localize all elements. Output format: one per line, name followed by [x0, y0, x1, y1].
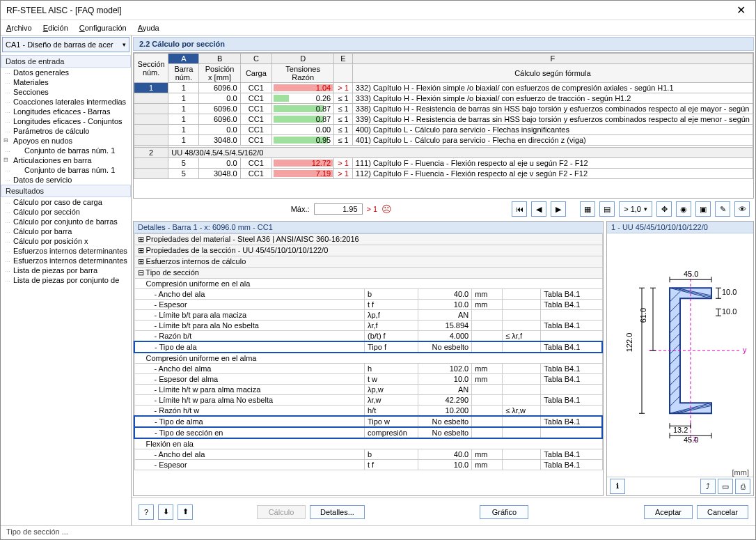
info-icon[interactable]: ℹ — [610, 479, 625, 494]
max-label: Máx.: — [291, 205, 310, 213]
svg-text:122.0: 122.0 — [625, 333, 633, 353]
tree-servicio[interactable]: Datos de servicio — [1, 175, 131, 185]
details-title: Detalles - Barra 1 - x: 6096.0 mm - CC1 — [134, 222, 603, 233]
nav-prev-icon[interactable]: ◀ — [531, 201, 546, 217]
menubar: Archivo Edición Configuración Ayuda — [1, 20, 755, 36]
profile-unit: [mm] — [607, 468, 753, 477]
svg-text:10.0: 10.0 — [722, 288, 737, 296]
tree-item[interactable]: Materiales — [1, 77, 131, 87]
export1-icon[interactable]: ⬇ — [158, 504, 173, 520]
section-icon[interactable]: ▭ — [718, 479, 733, 494]
svg-text:61.0: 61.0 — [639, 308, 647, 323]
tree-head-results: Resultados — [1, 185, 131, 197]
export-icon[interactable]: ▣ — [695, 201, 711, 217]
tree-item[interactable]: Secciones — [1, 87, 131, 97]
status-bar: Tipo de sección ... — [1, 525, 755, 539]
filter-icon[interactable]: ▦ — [580, 201, 595, 217]
svg-text:y: y — [743, 346, 747, 354]
tree-articulaciones-sub[interactable]: Conjunto de barras núm. 1 — [1, 165, 131, 175]
tree-apoyos[interactable]: Apoyos en nudos — [1, 136, 131, 146]
svg-text:13.2: 13.2 — [673, 426, 688, 434]
tree-item[interactable]: Longitudes eficaces - Barras — [1, 107, 131, 116]
ok-button[interactable]: Aceptar — [644, 505, 693, 519]
tree-item[interactable]: Parámetros de cálculo — [1, 126, 131, 136]
menu-help[interactable]: Ayuda — [138, 24, 159, 32]
graph-button[interactable]: Gráfico — [480, 505, 528, 519]
tree-item[interactable]: Longitudes eficaces - Conjuntos — [1, 116, 131, 126]
chevron-down-icon: ▾ — [123, 41, 126, 48]
section-title: 2.2 Cálculo por sección — [133, 37, 754, 51]
tree-item[interactable]: Esfuerzos internos determinantes — [1, 256, 131, 265]
profile-title: 1 - UU 45/45/10/10/10/122/0 — [607, 222, 753, 233]
tree-item[interactable]: Esfuerzos internos determinantes — [1, 246, 131, 256]
max-cmp: > 1 — [367, 205, 378, 213]
svg-text:45.0: 45.0 — [684, 270, 698, 278]
tree-item[interactable]: Lista de piezas por barra — [1, 265, 131, 275]
eye-icon[interactable]: 👁 — [734, 201, 750, 217]
calc-button: Cálculo — [257, 505, 306, 519]
section-diagram: y z 45.0 10.0 10.0 — [607, 233, 753, 468]
menu-edit[interactable]: Edición — [43, 24, 68, 32]
axis-icon[interactable]: ⤴ — [700, 479, 716, 494]
svg-text:45.0: 45.0 — [684, 435, 698, 444]
export2-icon[interactable]: ⬆ — [178, 504, 193, 520]
details-button[interactable]: Detalles... — [310, 505, 365, 519]
menu-config[interactable]: Configuración — [79, 24, 127, 32]
tree-item[interactable]: Cálculo por conjunto de barras — [1, 217, 131, 226]
tree-articulaciones[interactable]: Articulaciones en barra — [1, 155, 131, 165]
menu-file[interactable]: Archivo — [6, 24, 32, 32]
help-icon[interactable]: ? — [139, 504, 154, 520]
tree-item[interactable]: Datos generales — [1, 68, 131, 77]
max-value: 1.95 — [314, 203, 363, 215]
color-icon[interactable]: ✎ — [715, 201, 730, 217]
tree-apoyos-sub[interactable]: Conjunto de barras núm. 1 — [1, 146, 131, 155]
scale-selector[interactable]: > 1,0▾ — [619, 201, 652, 217]
tree-item[interactable]: Coacciones laterales intermedias — [1, 97, 131, 107]
warning-icon: ☹ — [381, 203, 392, 215]
nav-next-icon[interactable]: ▶ — [551, 201, 566, 217]
nav-first-icon[interactable]: ⏮ — [512, 201, 527, 217]
svg-text:10.0: 10.0 — [722, 307, 737, 316]
tree-item[interactable]: Cálculo por barra — [1, 226, 131, 236]
print-icon[interactable]: ⎙ — [735, 479, 750, 494]
filter2-icon[interactable]: ▤ — [599, 201, 615, 217]
tree-head-input: Datos de entrada — [1, 55, 131, 68]
case-selector-value: CA1 - Diseño de barras de acer — [6, 40, 113, 49]
nav-tree: Datos de entrada Datos generalesMaterial… — [1, 54, 131, 525]
chevron-down-icon: ▾ — [644, 206, 647, 213]
results-grid[interactable]: Secciónnúm.ABCDEFBarranúm.Posiciónx [mm]… — [133, 52, 754, 199]
tree-item[interactable]: Cálculo por posición x — [1, 236, 131, 246]
close-icon[interactable]: ✕ — [732, 3, 750, 17]
tree-item[interactable]: Lista de piezas por conjunto de — [1, 275, 131, 285]
tree-item[interactable]: Cálculo por caso de carga — [1, 197, 131, 207]
view-icon[interactable]: ◉ — [676, 201, 691, 217]
tree-item[interactable]: Cálculo por sección — [1, 207, 131, 217]
case-selector[interactable]: CA1 - Diseño de barras de acer ▾ — [2, 37, 129, 52]
window-title: RF-STEEL AISC - [FAQ model] — [6, 6, 732, 15]
pick-icon[interactable]: ✥ — [656, 201, 672, 217]
cancel-button[interactable]: Cancelar — [697, 505, 748, 519]
